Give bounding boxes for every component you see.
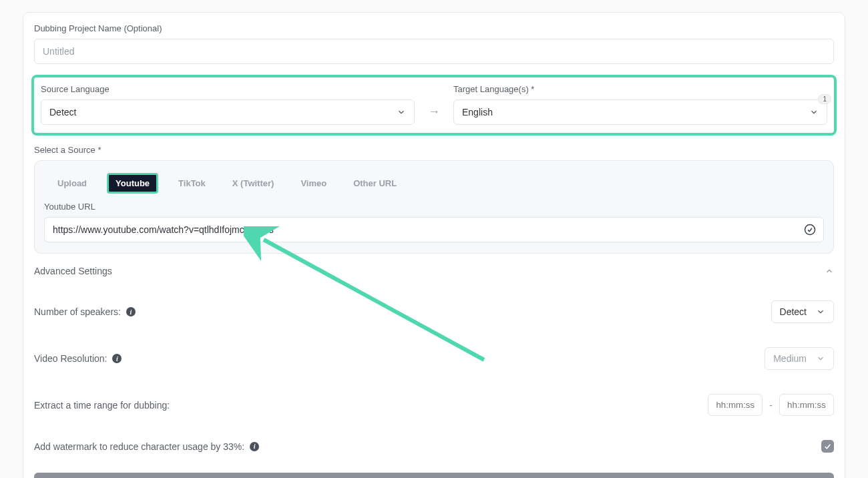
chevron-down-icon [816,307,825,316]
source-language-select[interactable]: Detect [41,99,415,125]
target-language-label: Target Language(s) * [453,84,827,94]
target-language-value: English [462,107,493,117]
tab-x-twitter[interactable]: X (Twitter) [226,175,281,192]
timerange-start-input[interactable] [708,394,763,416]
project-name-input[interactable] [34,39,834,64]
advanced-settings-toggle[interactable]: Advanced Settings [34,266,834,276]
speakers-value: Detect [780,306,807,317]
source-language-label: Source Language [41,84,415,94]
source-language-value: Detect [49,107,76,117]
project-name-field: Dubbing Project Name (Optional) [34,23,834,64]
youtube-url-label: Youtube URL [44,202,824,212]
info-icon[interactable]: i [126,307,136,316]
resolution-label: Video Resolution: [34,353,107,364]
advanced-settings-label: Advanced Settings [34,266,112,276]
youtube-url-input-wrap [44,217,824,242]
source-tabs: Upload Youtube TikTok X (Twitter) Vimeo … [44,170,824,202]
project-name-label: Dubbing Project Name (Optional) [34,23,834,33]
target-language-select[interactable]: English 1 [453,99,827,125]
resolution-select[interactable]: Medium [765,347,834,370]
tab-youtube[interactable]: Youtube [107,173,158,194]
create-button[interactable]: Create [34,473,834,478]
info-icon[interactable]: i [250,442,259,451]
source-section-label: Select a Source * [34,145,834,155]
source-language-field: Source Language Detect [41,84,415,125]
timerange-end-input[interactable] [779,394,834,416]
chevron-down-icon [397,107,406,117]
chevron-down-icon [809,107,819,117]
resolution-value: Medium [773,353,807,364]
language-selection-highlight: Source Language Detect → Target Language… [31,75,837,136]
watermark-checkbox[interactable] [821,440,834,453]
check-circle-icon [804,224,816,236]
timerange-row: Extract a time range for dubbing: - [34,394,834,416]
check-icon [823,442,832,451]
svg-point-0 [805,225,815,235]
watermark-row: Add watermark to reduce character usage … [34,440,834,453]
source-box: Upload Youtube TikTok X (Twitter) Vimeo … [34,160,834,254]
chevron-down-icon [816,354,825,363]
timerange-separator: - [769,400,773,411]
source-section: Select a Source * Upload Youtube TikTok … [34,145,834,254]
resolution-row: Video Resolution: i Medium [34,347,834,370]
target-language-count-badge: 1 [818,94,831,104]
tab-vimeo[interactable]: Vimeo [294,175,333,192]
tab-other-url[interactable]: Other URL [347,175,403,192]
speakers-row: Number of speakers: i Detect [34,300,834,323]
youtube-url-input[interactable] [44,217,824,242]
timerange-label: Extract a time range for dubbing: [34,400,170,411]
target-language-field: Target Language(s) * English 1 [453,84,827,125]
svg-line-2 [264,240,484,360]
tab-tiktok[interactable]: TikTok [172,175,212,192]
dubbing-form-panel: Dubbing Project Name (Optional) Source L… [23,12,845,478]
arrow-right-icon: → [428,105,440,119]
info-icon[interactable]: i [112,354,122,363]
chevron-up-icon [825,266,834,276]
speakers-select[interactable]: Detect [771,300,834,323]
watermark-label: Add watermark to reduce character usage … [34,441,244,452]
speakers-label: Number of speakers: [34,306,121,317]
tab-upload[interactable]: Upload [51,175,93,192]
